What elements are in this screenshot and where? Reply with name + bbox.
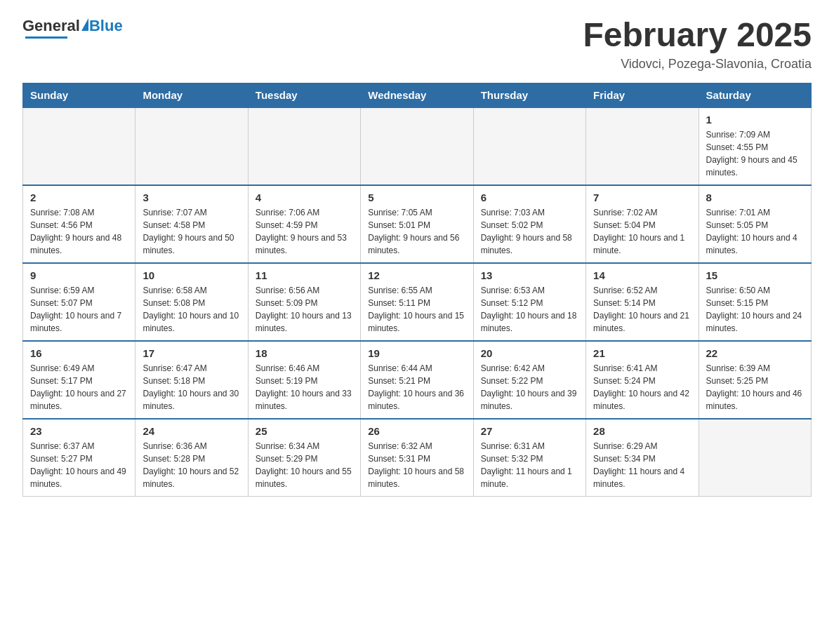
calendar-cell: 4Sunrise: 7:06 AMSunset: 4:59 PMDaylight… [248,185,360,263]
col-wednesday: Wednesday [361,83,473,107]
week-row-5: 23Sunrise: 6:37 AMSunset: 5:27 PMDayligh… [23,419,812,497]
day-number: 26 [368,425,465,437]
day-info: Sunrise: 7:03 AMSunset: 5:02 PMDaylight:… [481,206,578,257]
day-number: 28 [593,425,691,437]
day-number: 9 [30,269,128,281]
col-friday: Friday [586,83,699,107]
day-info: Sunrise: 6:39 AMSunset: 5:25 PMDaylight:… [706,362,804,412]
day-number: 22 [706,347,804,359]
week-row-4: 16Sunrise: 6:49 AMSunset: 5:17 PMDayligh… [23,341,812,419]
day-number: 24 [143,425,240,437]
day-number: 1 [706,114,804,126]
calendar-cell: 9Sunrise: 6:59 AMSunset: 5:07 PMDaylight… [23,263,135,341]
calendar-cell: 22Sunrise: 6:39 AMSunset: 5:25 PMDayligh… [699,341,811,419]
calendar-cell: 25Sunrise: 6:34 AMSunset: 5:29 PMDayligh… [248,419,360,497]
logo: General Blue [22,17,123,39]
day-info: Sunrise: 7:01 AMSunset: 5:05 PMDaylight:… [706,206,804,257]
calendar-cell: 1Sunrise: 7:09 AMSunset: 4:55 PMDaylight… [699,107,811,185]
calendar-cell: 16Sunrise: 6:49 AMSunset: 5:17 PMDayligh… [23,341,135,419]
day-info: Sunrise: 6:50 AMSunset: 5:15 PMDaylight:… [706,284,804,335]
calendar-cell: 10Sunrise: 6:58 AMSunset: 5:08 PMDayligh… [135,263,248,341]
calendar-cell [135,107,248,185]
week-row-1: 1Sunrise: 7:09 AMSunset: 4:55 PMDaylight… [23,107,812,185]
col-tuesday: Tuesday [248,83,360,107]
day-info: Sunrise: 6:55 AMSunset: 5:11 PMDaylight:… [368,284,465,335]
logo-triangle-icon [81,18,88,31]
calendar-cell: 28Sunrise: 6:29 AMSunset: 5:34 PMDayligh… [586,419,699,497]
day-info: Sunrise: 6:52 AMSunset: 5:14 PMDaylight:… [593,284,691,335]
location: Vidovci, Pozega-Slavonia, Croatia [583,57,812,72]
day-info: Sunrise: 6:58 AMSunset: 5:08 PMDaylight:… [143,284,240,335]
week-row-3: 9Sunrise: 6:59 AMSunset: 5:07 PMDaylight… [23,263,812,341]
day-number: 10 [143,269,240,281]
day-number: 15 [706,269,804,281]
day-info: Sunrise: 6:47 AMSunset: 5:18 PMDaylight:… [143,362,240,412]
calendar-cell: 5Sunrise: 7:05 AMSunset: 5:01 PMDaylight… [361,185,473,263]
calendar-cell: 18Sunrise: 6:46 AMSunset: 5:19 PMDayligh… [248,341,360,419]
calendar-cell: 11Sunrise: 6:56 AMSunset: 5:09 PMDayligh… [248,263,360,341]
day-number: 17 [143,347,240,359]
day-info: Sunrise: 6:34 AMSunset: 5:29 PMDaylight:… [256,440,353,490]
day-info: Sunrise: 6:53 AMSunset: 5:12 PMDaylight:… [481,284,578,335]
day-number: 21 [593,347,691,359]
day-number: 23 [30,425,128,437]
calendar-cell [586,107,699,185]
day-number: 18 [256,347,353,359]
day-number: 19 [368,347,465,359]
week-row-2: 2Sunrise: 7:08 AMSunset: 4:56 PMDaylight… [23,185,812,263]
logo-underline [25,36,67,39]
day-info: Sunrise: 6:42 AMSunset: 5:22 PMDaylight:… [481,362,578,412]
calendar-header-row: Sunday Monday Tuesday Wednesday Thursday… [23,83,812,107]
day-info: Sunrise: 6:29 AMSunset: 5:34 PMDaylight:… [593,440,691,490]
calendar-cell: 19Sunrise: 6:44 AMSunset: 5:21 PMDayligh… [361,341,473,419]
day-info: Sunrise: 6:44 AMSunset: 5:21 PMDaylight:… [368,362,465,412]
day-info: Sunrise: 6:37 AMSunset: 5:27 PMDaylight:… [30,440,128,490]
day-info: Sunrise: 6:56 AMSunset: 5:09 PMDaylight:… [256,284,353,335]
day-number: 3 [143,192,240,203]
day-number: 14 [593,269,691,281]
calendar-cell: 24Sunrise: 6:36 AMSunset: 5:28 PMDayligh… [135,419,248,497]
calendar-cell [248,107,360,185]
day-number: 20 [481,347,578,359]
page-header: General Blue February 2025 Vidovci, Poze… [22,17,812,72]
calendar-table: Sunday Monday Tuesday Wednesday Thursday… [22,83,812,497]
day-info: Sunrise: 7:05 AMSunset: 5:01 PMDaylight:… [368,206,465,257]
calendar-cell: 17Sunrise: 6:47 AMSunset: 5:18 PMDayligh… [135,341,248,419]
col-monday: Monday [135,83,248,107]
day-info: Sunrise: 6:31 AMSunset: 5:32 PMDaylight:… [481,440,578,490]
day-number: 13 [481,269,578,281]
calendar-cell: 27Sunrise: 6:31 AMSunset: 5:32 PMDayligh… [473,419,585,497]
calendar-cell: 8Sunrise: 7:01 AMSunset: 5:05 PMDaylight… [699,185,811,263]
day-info: Sunrise: 6:41 AMSunset: 5:24 PMDaylight:… [593,362,691,412]
day-number: 5 [368,192,465,203]
calendar-cell: 7Sunrise: 7:02 AMSunset: 5:04 PMDaylight… [586,185,699,263]
day-info: Sunrise: 6:46 AMSunset: 5:19 PMDaylight:… [256,362,353,412]
calendar-cell [361,107,473,185]
logo-general-text: General [22,17,80,35]
calendar-cell: 26Sunrise: 6:32 AMSunset: 5:31 PMDayligh… [361,419,473,497]
calendar-cell [473,107,585,185]
day-info: Sunrise: 7:06 AMSunset: 4:59 PMDaylight:… [256,206,353,257]
col-thursday: Thursday [473,83,585,107]
calendar-cell: 23Sunrise: 6:37 AMSunset: 5:27 PMDayligh… [23,419,135,497]
day-number: 6 [481,192,578,203]
month-title: February 2025 [583,17,812,54]
col-sunday: Sunday [23,83,135,107]
calendar-cell: 21Sunrise: 6:41 AMSunset: 5:24 PMDayligh… [586,341,699,419]
day-info: Sunrise: 6:32 AMSunset: 5:31 PMDaylight:… [368,440,465,490]
logo-blue-text: Blue [89,17,123,35]
day-number: 12 [368,269,465,281]
day-number: 25 [256,425,353,437]
calendar-cell: 3Sunrise: 7:07 AMSunset: 4:58 PMDaylight… [135,185,248,263]
day-info: Sunrise: 7:02 AMSunset: 5:04 PMDaylight:… [593,206,691,257]
calendar-cell: 2Sunrise: 7:08 AMSunset: 4:56 PMDaylight… [23,185,135,263]
day-info: Sunrise: 6:36 AMSunset: 5:28 PMDaylight:… [143,440,240,490]
title-section: February 2025 Vidovci, Pozega-Slavonia, … [583,17,812,72]
day-number: 7 [593,192,691,203]
col-saturday: Saturday [699,83,811,107]
day-info: Sunrise: 7:09 AMSunset: 4:55 PMDaylight:… [706,128,804,179]
day-number: 11 [256,269,353,281]
day-info: Sunrise: 6:59 AMSunset: 5:07 PMDaylight:… [30,284,128,335]
day-number: 16 [30,347,128,359]
day-number: 8 [706,192,804,203]
